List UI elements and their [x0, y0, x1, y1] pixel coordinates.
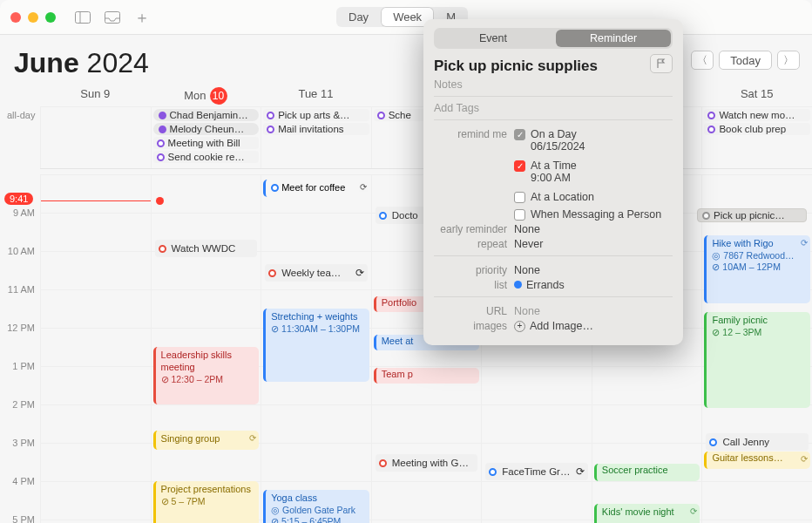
at-a-time-checkbox[interactable]: ✓: [514, 160, 525, 172]
pill-label: Book club prep: [719, 124, 786, 134]
calendar-event[interactable]: Meeting with G…: [376, 454, 478, 472]
add-image-button[interactable]: +Add Image…: [514, 320, 593, 332]
pill-label: Mail invitations: [278, 124, 343, 134]
notes-field[interactable]: Notes: [434, 78, 673, 91]
view-day[interactable]: Day: [336, 7, 381, 27]
grid-col-sun[interactable]: 9:41: [40, 174, 151, 523]
repeat-icon: ⟳: [360, 182, 367, 194]
reminder-popover: Event Reminder Pick up picnic supplies N…: [423, 19, 683, 345]
traffic-lights: [10, 12, 56, 23]
remind-me-label: remind me: [434, 128, 507, 140]
zoom-button[interactable]: [45, 12, 56, 23]
reminder-title[interactable]: Pick up picnic supplies: [434, 58, 673, 75]
calendar-event[interactable]: Hike with Rigo◎ 7867 Redwood…⊘ 10AM – 12…: [704, 235, 810, 303]
url-label: URL: [434, 305, 507, 317]
reminder-chip-label: Pick up picnic…: [714, 210, 785, 221]
calendar-event[interactable]: Guitar lessons…⟳: [704, 452, 810, 469]
allday-col-tue: Pick up arts &…Mail invitations: [261, 107, 371, 168]
grid-col-sat[interactable]: Hike with Rigo◎ 7867 Redwood…⊘ 10AM – 12…: [701, 174, 812, 523]
ring-icon: [268, 269, 276, 277]
calendar-event[interactable]: Kids' movie night⟳: [594, 504, 700, 523]
on-a-day-date[interactable]: 06/15/2024: [531, 140, 661, 153]
allday-label: all-day: [7, 110, 35, 120]
calendar-event[interactable]: Weekly tea…⟳: [265, 264, 368, 282]
hour-label: 1 PM: [0, 361, 35, 399]
now-time: 9:41: [4, 193, 33, 205]
hour-label: 2 PM: [0, 399, 35, 438]
allday-col-mon: Chad Benjamin…Melody Cheun…Meeting with …: [151, 107, 261, 168]
tab-reminder[interactable]: Reminder: [556, 30, 671, 47]
at-location-checkbox[interactable]: [514, 192, 525, 203]
allday-item[interactable]: Mail invitations: [263, 123, 369, 135]
repeat-icon: ⟳: [576, 465, 585, 478]
minimize-button[interactable]: [28, 12, 38, 23]
repeat-icon: ⟳: [690, 506, 697, 518]
allday-item[interactable]: Book club prep: [704, 123, 810, 135]
color-dot-icon: [157, 139, 165, 147]
tray-icon[interactable]: [103, 10, 122, 25]
color-dot-icon: [267, 126, 274, 133]
calendar-event[interactable]: Stretching + weights⊘ 11:30AM – 1:30PM: [263, 309, 369, 382]
on-a-day-checkbox[interactable]: ✓: [514, 129, 525, 140]
today-button[interactable]: Today: [719, 51, 772, 70]
allday-col-sun: [40, 107, 151, 168]
allday-item[interactable]: Watch new mo…: [704, 109, 810, 121]
repeat-icon: ⟳: [355, 267, 364, 279]
svg-rect-0: [76, 11, 91, 23]
images-label: images: [434, 320, 507, 332]
day-header: Tue 11: [261, 87, 371, 105]
hour-label: 3 PM: [0, 438, 35, 476]
pill-label: Chad Benjamin…: [170, 110, 248, 120]
repeat-label: repeat: [434, 238, 507, 250]
add-button[interactable]: ＋: [132, 10, 152, 25]
ring-icon: [709, 438, 717, 446]
priority-value[interactable]: None: [514, 264, 540, 276]
flag-button[interactable]: [650, 54, 673, 73]
calendar-event[interactable]: Leadership skills meeting⊘ 12:30 – 2PM: [153, 347, 260, 404]
pill-label: Melody Cheun…: [170, 124, 245, 134]
hour-label: 12 PM: [0, 323, 35, 361]
calendar-event[interactable]: Team p: [374, 368, 480, 384]
tab-event[interactable]: Event: [436, 30, 551, 47]
calendar-event[interactable]: Meet for coffee⟳: [263, 180, 369, 197]
repeat-value[interactable]: Never: [514, 238, 543, 250]
early-reminder-value[interactable]: None: [514, 223, 540, 235]
color-dot-icon: [707, 126, 715, 133]
allday-item[interactable]: Melody Cheun…: [153, 123, 260, 135]
day-header-today: Mon10: [151, 87, 261, 105]
calendar-event[interactable]: Singing group⟳: [153, 431, 260, 450]
calendar-event[interactable]: FaceTime Gr…⟳: [485, 463, 588, 480]
tags-field[interactable]: Add Tags: [434, 102, 673, 114]
color-dot-icon: [159, 126, 166, 133]
sidebar-icon[interactable]: [73, 10, 92, 25]
grid-col-mon[interactable]: Watch WWDCLeadership skills meeting⊘ 12:…: [151, 174, 261, 523]
popover-tabs: Event Reminder: [434, 28, 673, 49]
day-header: Sun 9: [40, 87, 151, 105]
when-messaging-checkbox[interactable]: [514, 209, 525, 221]
calendar-event[interactable]: Project presentations⊘ 5 – 7PM: [153, 481, 260, 523]
calendar-event[interactable]: Yoga class◎ Golden Gate Park⊘ 5:15 – 6:4…: [263, 490, 369, 523]
next-week-button[interactable]: 〉: [777, 51, 800, 70]
pill-label: Send cookie re…: [168, 152, 245, 162]
at-a-time-value[interactable]: 9:00 AM: [531, 172, 661, 184]
calendar-event[interactable]: Family picnic⊘ 12 – 3PM: [704, 312, 810, 408]
at-location-label: At a Location: [531, 191, 594, 203]
allday-item[interactable]: Chad Benjamin…: [153, 109, 260, 121]
calendar-event[interactable]: Soccer practice: [594, 464, 700, 481]
grid-col-tue[interactable]: Meet for coffee⟳Weekly tea…⟳Stretching +…: [261, 174, 371, 523]
list-value[interactable]: Errands: [514, 279, 565, 291]
reminder-chip[interactable]: Pick up picnic…: [697, 208, 807, 222]
plus-circle-icon: +: [514, 321, 525, 332]
color-dot-icon: [157, 153, 165, 161]
prev-week-button[interactable]: 〈: [691, 51, 714, 70]
allday-item[interactable]: Meeting with Bill: [153, 137, 260, 149]
calendar-event[interactable]: Call Jenny: [706, 433, 809, 451]
color-dot-icon: [707, 112, 715, 119]
ring-icon: [379, 459, 387, 467]
url-value[interactable]: None: [514, 305, 540, 317]
calendar-event[interactable]: Watch WWDC: [155, 240, 258, 257]
allday-item[interactable]: Pick up arts &…: [263, 109, 369, 121]
allday-item[interactable]: Send cookie re…: [153, 151, 260, 163]
repeat-icon: ⟳: [801, 454, 808, 465]
close-button[interactable]: [10, 12, 21, 23]
